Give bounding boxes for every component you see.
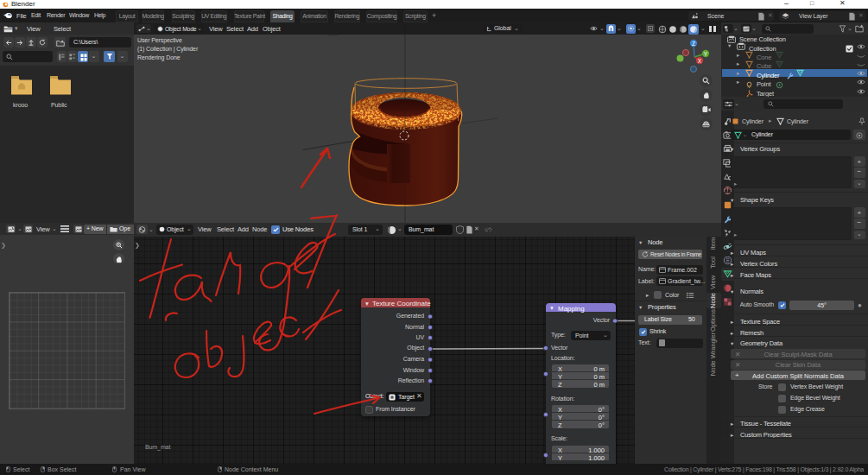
svg-text:Node: Node	[709, 293, 717, 308]
svg-text:X: X	[698, 58, 702, 64]
svg-text:Item: Item	[709, 238, 717, 250]
svg-text:Options: Options	[709, 309, 717, 332]
svg-text:View: View	[709, 275, 717, 289]
svg-text:Y: Y	[704, 51, 708, 57]
svg-text:Tool: Tool	[709, 256, 717, 269]
svg-text:Z: Z	[692, 41, 695, 47]
svg-text:Node Wrangler: Node Wrangler	[709, 332, 717, 376]
